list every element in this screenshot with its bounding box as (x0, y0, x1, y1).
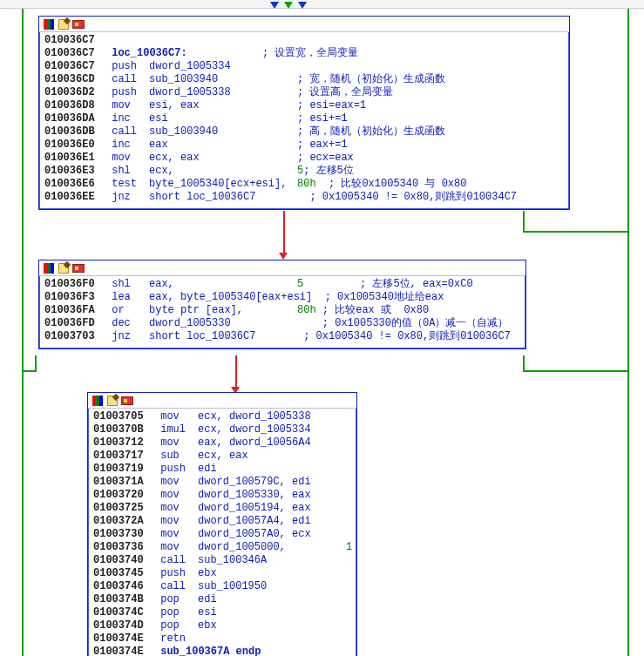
immediate: 5 (297, 165, 303, 178)
flag-icon[interactable] (72, 262, 85, 274)
flow-marker (284, 2, 293, 9)
asm-line[interactable]: 0100374E sub_100367A endp (93, 646, 351, 656)
operands: ebx (198, 619, 346, 632)
address: 010036E1 (44, 152, 105, 165)
asm-line[interactable]: 01003717 subecx, eax (93, 450, 351, 463)
colors-icon[interactable] (43, 18, 55, 30)
address: 010036E3 (44, 165, 105, 178)
basic-block-1003705[interactable]: 01003705 movecx, dword_10053380100370B i… (87, 392, 357, 656)
asm-line[interactable]: 01003740 callsub_100346A (93, 554, 351, 567)
address: 010036EE (44, 191, 105, 204)
edit-icon[interactable] (106, 395, 119, 407)
asm-line[interactable]: 010036DB callsub_1003940; 高，随机（初始化）生成函数 (44, 125, 564, 139)
operands: ecx, eax (149, 152, 297, 165)
asm-line[interactable]: 01003703 jnzshort loc_10036C7 ; 0x100534… (44, 330, 520, 343)
asm-line[interactable]: 010036D2 pushdword_1005338; 设置高，全局变量 (44, 86, 564, 99)
comment: ; esi+=1 (297, 112, 564, 125)
block-titlebar (88, 393, 356, 409)
flag-icon[interactable] (121, 395, 133, 407)
basic-block-10036C7[interactable]: 010036C7010036C7 loc_10036C7: ; 设置宽，全局变量… (38, 16, 570, 210)
flow-edge (627, 9, 629, 656)
comment: ; 左移5位 (303, 165, 564, 178)
asm-line[interactable]: 0100371A movdword_100579C, edi (93, 476, 351, 489)
operands: ecx, dword_1005334 (198, 423, 346, 436)
asm-line[interactable]: 010036E1 movecx, eax; ecx=eax (44, 152, 564, 165)
asm-line[interactable]: 01003712 moveax, dword_10056A4 (93, 436, 351, 450)
asm-line[interactable]: 01003719 pushedi (93, 463, 351, 476)
mnemonic: dec (105, 317, 149, 330)
asm-line[interactable]: 01003745 pushebx (93, 567, 351, 580)
asm-line[interactable]: 010036EE jnzshort loc_10036C7 ; 0x100534… (44, 191, 564, 204)
asm-line[interactable]: 010036DA incesi; esi+=1 (44, 112, 564, 125)
operands: eax, byte_1005340[eax+esi] (149, 291, 312, 304)
address: 0100374D (93, 619, 154, 632)
address: 010036D8 (44, 99, 105, 112)
edit-icon[interactable] (58, 18, 70, 30)
asm-line[interactable]: 0100374C popesi (93, 606, 351, 619)
address: 01003719 (93, 463, 154, 476)
colors-icon[interactable] (92, 395, 104, 407)
asm-line[interactable]: 0100374D popebx (93, 619, 351, 632)
address: 010036C7 (44, 60, 105, 73)
comment: ; 设置高，全局变量 (297, 86, 564, 99)
comment: ; 比较eax 或 0x80 (316, 304, 520, 317)
asm-line[interactable]: 010036F3 leaeax, byte_1005340[eax+esi] ;… (44, 291, 520, 304)
asm-line[interactable]: 010036C7 loc_10036C7: ; 设置宽，全局变量 (44, 47, 564, 60)
operands: short loc_10036C7 (149, 330, 297, 343)
asm-line[interactable]: 010036FA orbyte ptr [eax], 80h ; 比较eax 或… (44, 304, 520, 317)
flag-icon[interactable] (72, 18, 85, 30)
asm-line[interactable]: 010036C7 (44, 34, 564, 47)
operands: dword_10057A0, ecx (198, 528, 346, 541)
asm-line[interactable]: 0100374B popedi (93, 593, 351, 606)
comment: ; 0x1005340 != 0x80,则跳到010036C7 (297, 330, 520, 343)
mnemonic: push (105, 60, 149, 73)
asm-line[interactable]: 0100374E retn (93, 632, 351, 646)
operands: esi, eax (149, 99, 297, 112)
asm-line[interactable]: 01003725 movdword_1005194, eax (93, 502, 351, 515)
block-body: 010036F0 shleax, 5 ; 左移5位, eax=0xC001003… (39, 276, 525, 348)
asm-line[interactable]: 010036FD decdword_1005330 ; 0x1005330的值（… (44, 317, 520, 330)
proc-end: sub_100367A endp (154, 646, 261, 656)
operands: sub_100346A (198, 554, 346, 567)
address: 01003717 (93, 450, 154, 463)
graph-canvas[interactable]: 010036C7010036C7 loc_10036C7: ; 设置宽，全局变量… (0, 0, 644, 656)
mnemonic: shl (105, 278, 149, 291)
address: 01003720 (93, 489, 154, 502)
asm-line[interactable]: 0100370B imulecx, dword_1005334 (93, 423, 351, 436)
code-label: loc_10036C7: (105, 47, 187, 60)
asm-line[interactable]: 01003746 callsub_1001950 (93, 580, 351, 593)
operands: byte ptr [eax], (149, 304, 297, 317)
operands: dword_100579C, edi (198, 476, 346, 489)
asm-line[interactable]: 010036CD callsub_1003940; 宽，随机（初始化）生成函数 (44, 73, 564, 86)
immediate: 80h (297, 178, 316, 191)
asm-line[interactable]: 010036E0 inceax; eax+=1 (44, 139, 564, 152)
asm-line[interactable]: 010036E3 shlecx, 5; 左移5位 (44, 165, 564, 178)
asm-line[interactable]: 0100372A movdword_10057A4, edi (93, 515, 351, 528)
basic-block-10036F0[interactable]: 010036F0 shleax, 5 ; 左移5位, eax=0xC001003… (38, 260, 526, 349)
colors-icon[interactable] (43, 262, 55, 274)
immediate: 80h (297, 304, 316, 317)
comment: ; 0x1005330的值（0A）减一（自减） (297, 317, 520, 330)
address: 01003745 (93, 567, 154, 580)
asm-line[interactable]: 01003736 movdword_1005000, 1 (93, 541, 351, 554)
asm-line[interactable]: 010036D8 movesi, eax; esi=eax=1 (44, 99, 564, 112)
operands: ecx, eax (198, 450, 346, 463)
asm-line[interactable]: 010036F0 shleax, 5 ; 左移5位, eax=0xC0 (44, 278, 520, 291)
flow-edge (35, 355, 37, 371)
asm-line[interactable]: 010036E6 testbyte_1005340[ecx+esi], 80h … (44, 178, 564, 191)
mnemonic: call (154, 554, 198, 567)
asm-line[interactable]: 01003720 movdword_1005330, eax (93, 489, 351, 502)
mnemonic: pop (154, 619, 198, 632)
asm-line[interactable]: 01003705 movecx, dword_1005338 (93, 410, 351, 423)
asm-line[interactable]: 010036C7 pushdword_1005334 (44, 60, 564, 73)
mnemonic: retn (154, 632, 198, 646)
operands: short loc_10036C7 (149, 191, 297, 204)
asm-line[interactable]: 01003730 movdword_10057A0, ecx (93, 528, 351, 541)
address: 010036C7 (44, 47, 105, 60)
address: 010036FD (44, 317, 105, 330)
flow-edge-false (235, 355, 237, 389)
edit-icon[interactable] (58, 262, 70, 274)
flow-edge (22, 370, 37, 372)
operands: eax, (149, 278, 297, 291)
immediate: 5 (297, 278, 303, 291)
